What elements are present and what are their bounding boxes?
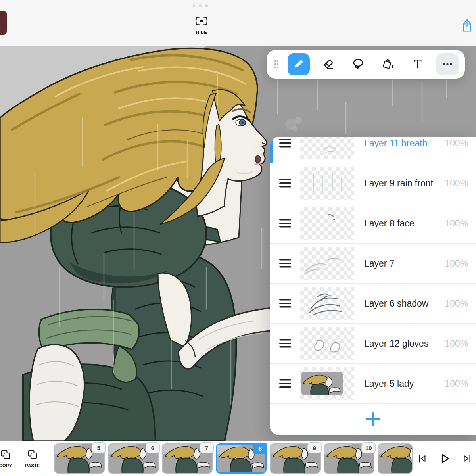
tool-bar: T <box>267 50 465 79</box>
layer-thumbnail <box>300 247 354 280</box>
play-icon <box>438 452 451 465</box>
layer-name: Layer 11 breath <box>364 138 427 149</box>
frame-number-badge: 6 <box>146 442 160 453</box>
layer-row-lady[interactable]: Layer 5 lady 100% <box>270 364 476 404</box>
eraser-icon <box>322 58 334 70</box>
frame-thumbnail-8-selected[interactable]: 8 <box>216 443 267 474</box>
layer-thumbnail <box>300 207 354 240</box>
layer-row-gloves[interactable]: Layer 12 gloves 100% <box>270 324 476 364</box>
layer-name: Layer 9 rain front <box>364 178 433 189</box>
copy-icon <box>0 449 11 461</box>
layer-drag-handle-icon[interactable] <box>279 378 292 389</box>
layer-row-face[interactable]: Layer 8 face 100% <box>270 203 476 244</box>
frame-thumbnail-5[interactable]: 5 <box>54 443 105 474</box>
copy-button[interactable]: COPY <box>0 449 18 468</box>
layer-row-breath[interactable]: Layer 11 breath 100% <box>270 137 476 163</box>
frame-number-badge: 8 <box>253 443 267 454</box>
frame-strip: 5 6 7 8 <box>54 443 413 474</box>
layer-name: Layer 8 face <box>364 218 415 229</box>
hide-viewfinder-icon <box>195 16 208 27</box>
layer-drag-handle-icon[interactable] <box>279 298 292 309</box>
skip-to-end-button[interactable] <box>462 453 473 464</box>
share-icon <box>462 27 472 33</box>
layer-opacity: 100% <box>445 258 468 269</box>
layer-row-rain-front[interactable]: Layer 9 rain front 100% <box>270 163 476 203</box>
text-tool-button[interactable]: T <box>407 53 429 75</box>
layers-panel: Layer 11 breath 100% Layer 9 rain front … <box>270 137 476 435</box>
frame-thumbnail-9[interactable]: 9 <box>270 443 321 474</box>
more-tools-button[interactable] <box>436 53 459 75</box>
layer-row-shadow[interactable]: Layer 6 shadow 100% <box>270 284 476 324</box>
frame-number-badge: 7 <box>200 442 214 453</box>
paste-label: PASTE <box>25 463 40 468</box>
layer-opacity: 100% <box>445 378 468 389</box>
layer-name: Layer 5 lady <box>364 378 414 389</box>
play-button[interactable] <box>438 452 451 465</box>
layer-name: Layer 6 shadow <box>364 298 428 309</box>
toolbar-drag-handle[interactable] <box>273 58 280 71</box>
layer-drag-handle-icon[interactable] <box>279 138 292 148</box>
frame-art <box>378 444 412 473</box>
layer-name: Layer 7 <box>364 258 395 269</box>
skip-to-end-icon <box>462 453 473 464</box>
edge-partial-icon <box>0 11 7 35</box>
brush-icon <box>293 58 305 70</box>
layer-thumbnail <box>300 167 354 200</box>
layer-drag-handle-icon[interactable] <box>279 218 292 228</box>
layer-thumbnail <box>300 137 354 159</box>
frame-number-badge: 5 <box>92 442 106 453</box>
lasso-icon <box>352 58 364 70</box>
fill-tool-button[interactable] <box>377 53 399 75</box>
paste-button[interactable]: PASTE <box>20 449 45 468</box>
skip-to-start-icon <box>416 453 428 464</box>
frame-number-badge: 9 <box>307 442 322 453</box>
brush-tool-button[interactable] <box>288 53 310 75</box>
skip-to-start-button[interactable] <box>416 453 428 464</box>
layer-drag-handle-icon[interactable] <box>279 178 292 188</box>
frame-number-badge: 10 <box>361 442 376 453</box>
layer-opacity: 100% <box>445 338 468 349</box>
eraser-tool-button[interactable] <box>317 53 340 75</box>
layer-drag-handle-icon[interactable] <box>279 338 292 349</box>
timeline-bar: COPY PASTE 5 6 <box>0 441 476 476</box>
top-drag-dots-icon <box>193 4 208 7</box>
layer-row-7[interactable]: Layer 7 100% <box>270 244 476 284</box>
share-button[interactable] <box>462 19 472 33</box>
layer-opacity: 100% <box>445 298 468 309</box>
hide-label: HIDE <box>196 30 207 35</box>
lasso-tool-button[interactable] <box>347 53 369 75</box>
layer-thumbnail <box>300 287 354 320</box>
top-bar: HIDE <box>0 0 476 46</box>
ellipsis-icon <box>440 58 455 70</box>
playback-controls <box>416 452 473 465</box>
layer-drag-handle-icon[interactable] <box>279 258 292 269</box>
text-tool-icon: T <box>412 58 424 71</box>
app-screen: HIDE <box>0 0 476 476</box>
frame-thumbnail-6[interactable]: 6 <box>108 443 159 474</box>
svg-text:T: T <box>414 58 422 71</box>
fill-bucket-icon <box>382 58 394 70</box>
paste-icon <box>27 449 38 461</box>
add-layer-button[interactable]: + <box>360 407 386 430</box>
frame-thumbnail-7[interactable]: 7 <box>162 443 213 474</box>
layer-opacity: 100% <box>445 138 468 149</box>
layer-thumbnail <box>300 327 354 360</box>
layer-opacity: 100% <box>445 218 468 229</box>
frame-thumbnail-partial[interactable] <box>378 443 413 474</box>
copy-label: COPY <box>0 463 12 468</box>
layer-name: Layer 12 gloves <box>364 338 428 349</box>
layer-thumbnail <box>300 367 354 400</box>
layer-opacity: 100% <box>445 178 468 189</box>
hide-button[interactable]: HIDE <box>195 16 208 35</box>
grip-dots-icon <box>274 59 279 69</box>
frame-thumbnail-10[interactable]: 10 <box>324 443 374 474</box>
layer-list: Layer 11 breath 100% Layer 9 rain front … <box>270 137 476 404</box>
